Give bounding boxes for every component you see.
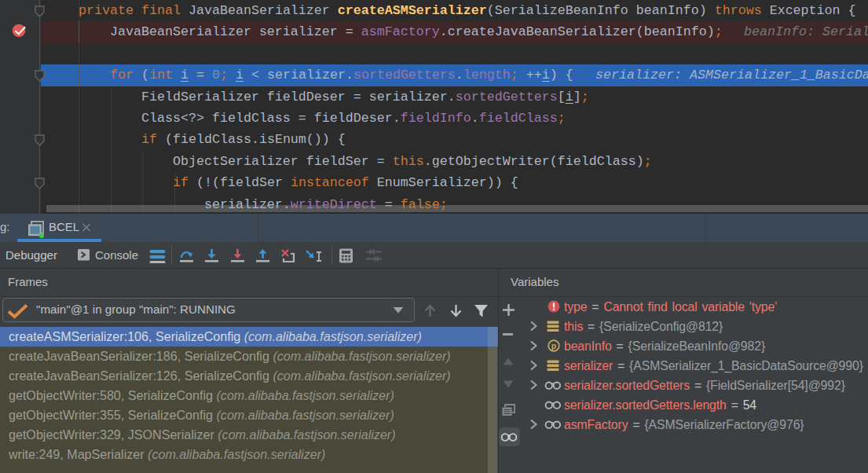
svg-text:p: p xyxy=(551,341,555,350)
